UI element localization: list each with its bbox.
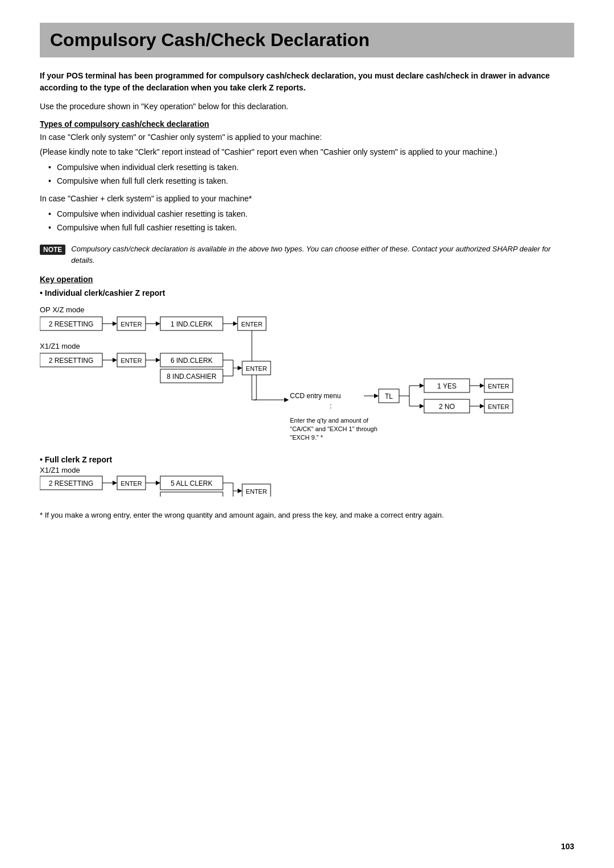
box-7allcashier: 7 ALL CASHIER <box>167 495 217 497</box>
svg-marker-2 <box>113 321 117 326</box>
svg-marker-38 <box>480 383 484 388</box>
bullet-2b: Compulsive when full full cashier resett… <box>57 221 574 235</box>
enter-box-op1: ENTER <box>121 321 142 328</box>
box-1yes: 1 YES <box>437 382 457 390</box>
svg-marker-41 <box>420 404 424 408</box>
box-6indclerk: 6 IND.CLERK <box>171 357 213 365</box>
note-text: Compulsory cash/check declaration is ava… <box>71 243 574 266</box>
bullet-list-2: Compulsive when individual cashier reset… <box>57 208 574 235</box>
ccd-note3: "EXCH 9." * <box>290 434 323 441</box>
svg-marker-35 <box>420 383 424 388</box>
types-body2: (Please kindly note to take "Clerk" repo… <box>40 146 574 158</box>
enter-no: ENTER <box>488 403 509 410</box>
ccd-entry-label: CCD entry menu <box>290 392 341 400</box>
svg-marker-5 <box>156 321 160 326</box>
flow-diagram-svg: OP X/Z mode 2 RESETTING ENTER 1 IND.CLER… <box>40 303 574 497</box>
box-2resetting-full: 2 RESETTING <box>49 480 94 487</box>
svg-marker-30 <box>374 394 379 398</box>
intro-regular: Use the procedure shown in "Key operatio… <box>40 101 574 113</box>
enter-box-x1b: ENTER <box>246 365 267 372</box>
full-clerk-heading: • Full clerk Z report <box>40 455 112 464</box>
box-5allclerk: 5 ALL CLERK <box>171 480 213 487</box>
enter-box-op2: ENTER <box>241 321 262 328</box>
svg-marker-23 <box>238 366 242 370</box>
flow-diagram-container: OP X/Z mode 2 RESETTING ENTER 1 IND.CLER… <box>40 303 574 498</box>
box-tl: TL <box>385 392 393 400</box>
page-title: Compulsory Cash/Check Declaration <box>50 30 564 51</box>
bullet-list-1: Compulsive when individual clerk resetti… <box>57 161 574 188</box>
bottom-note: * If you make a wrong entry, enter the w… <box>40 510 574 521</box>
ccd-note2: "CA/CK" and "EXCH 1" through <box>290 425 377 432</box>
box-8indcashier: 8 IND.CASHIER <box>167 373 217 381</box>
key-operation-heading: Key operation <box>40 275 574 284</box>
title-bar: Compulsory Cash/Check Declaration <box>40 23 574 57</box>
box-2resetting-op: 2 RESETTING <box>49 320 94 328</box>
note-label: NOTE <box>40 245 65 255</box>
page-number: 103 <box>561 842 574 851</box>
bottom-note-text: * If you make a wrong entry, enter the w… <box>40 511 444 519</box>
svg-marker-51 <box>156 481 160 485</box>
bullet-1a: Compulsive when individual clerk resetti… <box>57 161 574 175</box>
intro-bold: If your POS terminal has been programmed… <box>40 70 574 94</box>
dots: : <box>330 402 331 410</box>
full-x1z1-label: X1/Z1 mode <box>40 466 80 474</box>
enter-box-x1: ENTER <box>121 357 142 364</box>
svg-marker-16 <box>156 358 160 362</box>
x1z1-label: X1/Z1 mode <box>40 342 80 350</box>
enter-box-full: ENTER <box>121 480 142 487</box>
op-xz-label: OP X/Z mode <box>40 305 85 314</box>
types-body3: In case "Cashier + clerk system" is appl… <box>40 192 574 205</box>
bullet-1b: Compulsive when full full clerk resettin… <box>57 175 574 188</box>
box-1indclerk: 1 IND.CLERK <box>171 320 213 328</box>
ccd-note1: Enter the q'ty and amount of <box>290 417 369 424</box>
svg-marker-44 <box>480 404 484 408</box>
svg-marker-28 <box>284 398 289 402</box>
enter-yes: ENTER <box>488 383 509 390</box>
box-2resetting-x1: 2 RESETTING <box>49 357 94 365</box>
svg-marker-8 <box>233 321 238 326</box>
note-box: NOTE Compulsory cash/check declaration i… <box>40 243 574 266</box>
types-heading: Types of compulsory cash/check declarati… <box>40 119 574 129</box>
ind-clerk-cashier-heading: • Individual clerk/cashier Z report <box>40 288 574 297</box>
box-2no: 2 NO <box>439 403 455 411</box>
svg-marker-13 <box>113 358 117 362</box>
svg-marker-58 <box>238 489 242 493</box>
svg-marker-48 <box>113 481 117 485</box>
enter-box-full2: ENTER <box>246 488 267 495</box>
page: Compulsory Cash/Check Declaration If you… <box>0 0 614 868</box>
types-body1: In case "Clerk only system" or "Cashier … <box>40 131 574 143</box>
bullet-2a: Compulsive when individual cashier reset… <box>57 208 574 221</box>
